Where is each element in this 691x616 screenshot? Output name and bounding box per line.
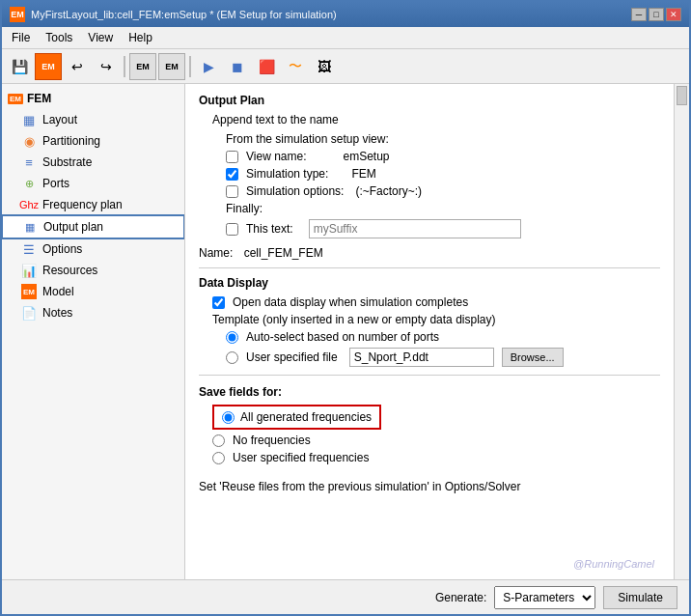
save-toolbar-button[interactable]: 💾 [6, 53, 33, 80]
sidebar-item-options[interactable]: ☰ Options [2, 238, 184, 260]
finally-label-row: Finally: [226, 202, 660, 215]
sidebar-item-substrate[interactable]: ≡ Substrate [2, 152, 184, 173]
sidebar-item-output-plan[interactable]: ▦ Output plan [2, 215, 184, 238]
view-name-checkbox[interactable] [226, 151, 238, 163]
layout-icon: ▦ [21, 112, 37, 127]
title-bar: EM MyFirstLayout_lib:cell_FEM:emSetup * … [2, 2, 689, 27]
sidebar-label-options: Options [42, 242, 82, 256]
em2-toolbar-button[interactable]: EM [158, 53, 185, 80]
this-text-input[interactable] [309, 219, 521, 238]
sim-type-value: FEM [351, 167, 375, 181]
auto-select-row: Auto-select based on number of ports [226, 330, 660, 344]
sidebar-title: FEM [27, 92, 51, 105]
open-display-checkbox[interactable] [212, 296, 225, 309]
partitioning-icon: ◉ [21, 133, 37, 149]
wave-toolbar-button[interactable]: 〜 [282, 53, 309, 80]
sim-options-value: (:~Factory~:) [355, 184, 422, 198]
from-sim-row: From the simulation setup view: [226, 132, 660, 146]
minimize-button[interactable]: ─ [631, 8, 647, 21]
all-freq-radio[interactable] [222, 411, 235, 424]
menu-tools[interactable]: Tools [40, 29, 78, 46]
user-file-radio[interactable] [226, 351, 238, 364]
resources-icon: 📊 [21, 263, 37, 278]
sidebar-label-substrate: Substrate [42, 155, 92, 169]
sim-type-row: Simulation type: FEM [226, 167, 660, 181]
sidebar-label-resources: Resources [42, 264, 97, 277]
scrollbar-thumb[interactable] [677, 86, 687, 105]
title-bar-buttons: ─ □ ✕ [631, 8, 681, 21]
template-label-row: Template (only inserted in a new or empt… [212, 313, 660, 326]
window-icon: EM [10, 7, 25, 22]
user-file-input[interactable] [349, 348, 494, 367]
sim-options-row: Simulation options: (:~Factory~:) [226, 184, 660, 198]
frequency-icon: Ghz [21, 197, 37, 212]
sidebar-label-notes: Notes [42, 306, 72, 320]
view-name-value: emSetup [343, 150, 389, 163]
all-freq-label: All generated frequencies [240, 410, 372, 424]
auto-select-radio[interactable] [226, 331, 238, 344]
menu-view[interactable]: View [82, 29, 119, 46]
simulate-button[interactable]: Simulate [603, 586, 677, 609]
sidebar-item-ports[interactable]: ⊕ Ports [2, 173, 184, 194]
data-display-section-title: Data Display [199, 276, 660, 290]
em1-toolbar-button[interactable]: EM [129, 53, 156, 80]
options-icon: ☰ [21, 241, 37, 257]
sidebar-label-model: Model [42, 285, 74, 298]
user-freq-row: User specified frequencies [212, 451, 660, 464]
user-file-row: User specified file Browse... [226, 348, 660, 367]
sidebar-item-notes[interactable]: 📄 Notes [2, 302, 184, 323]
model-icon: EM [21, 284, 37, 299]
name-value: cell_FEM_FEM [244, 246, 323, 260]
toolbar-separator-1 [124, 56, 125, 77]
substrate-icon: ≡ [21, 154, 37, 170]
generate-select[interactable]: S-Parameters [494, 586, 595, 609]
sim-options-checkbox[interactable] [226, 185, 238, 198]
close-button[interactable]: ✕ [666, 8, 681, 21]
run-toolbar-button[interactable]: ▶ [195, 53, 222, 80]
no-freq-row: No frequencies [212, 434, 660, 447]
no-freq-radio[interactable] [212, 434, 225, 447]
sidebar-label-layout: Layout [42, 113, 77, 126]
main-area: EM FEM ▦ Layout ◉ Partitioning ≡ Substra… [2, 84, 689, 579]
all-freq-row: All generated frequencies [212, 405, 660, 434]
sidebar-item-layout[interactable]: ▦ Layout [2, 109, 184, 130]
cube-toolbar-button[interactable]: ◼ [224, 53, 251, 80]
sidebar-label-frequency: Frequency plan [42, 198, 123, 211]
open-display-row: Open data display when simulation comple… [212, 295, 660, 309]
undo-toolbar-button[interactable]: ↩ [64, 53, 91, 80]
sidebar: EM FEM ▦ Layout ◉ Partitioning ≡ Substra… [2, 84, 185, 579]
sidebar-item-partitioning[interactable]: ◉ Partitioning [2, 130, 184, 152]
notes-icon: 📄 [21, 305, 37, 321]
toolbar-separator-2 [189, 56, 191, 77]
watermark: @RunningCamel [573, 558, 654, 570]
scrollbar-right[interactable] [674, 84, 689, 579]
sidebar-item-resources[interactable]: 📊 Resources [2, 260, 184, 281]
name-line: Name: cell_FEM_FEM [199, 246, 660, 260]
separator-2 [199, 375, 660, 376]
reuse-note: Set 'Reuse files from the previous simul… [199, 480, 660, 493]
em-toolbar-button[interactable]: EM [35, 53, 62, 80]
sidebar-item-frequency-plan[interactable]: Ghz Frequency plan [2, 194, 184, 215]
user-freq-radio[interactable] [212, 452, 225, 464]
generate-label: Generate: [435, 591, 486, 604]
color-toolbar-button[interactable]: 🟥 [253, 53, 280, 80]
all-freq-highlight-box: All generated frequencies [212, 405, 381, 430]
append-text-label: Append text to the name [212, 113, 660, 126]
title-bar-left: EM MyFirstLayout_lib:cell_FEM:emSetup * … [10, 7, 337, 22]
this-text-checkbox[interactable] [226, 223, 238, 236]
maximize-button[interactable]: □ [649, 8, 664, 21]
user-freq-label: User specified frequencies [233, 451, 369, 464]
sidebar-label-output: Output plan [43, 220, 103, 234]
sidebar-item-model[interactable]: EM Model [2, 281, 184, 302]
save-fields-section: Save fields for: All generated frequenci… [199, 385, 660, 464]
browse-button[interactable]: Browse... [502, 348, 564, 367]
menu-help[interactable]: Help [123, 29, 158, 46]
sidebar-label-partitioning: Partitioning [42, 134, 100, 148]
save-fields-title: Save fields for: [199, 385, 660, 399]
redo-toolbar-button[interactable]: ↪ [93, 53, 120, 80]
menu-file[interactable]: File [6, 29, 36, 46]
footer: Generate: S-Parameters Simulate [2, 579, 689, 614]
view-name-row: View name: emSetup [226, 150, 660, 163]
sim-type-checkbox[interactable] [226, 168, 238, 181]
image-toolbar-button[interactable]: 🖼 [311, 53, 338, 80]
